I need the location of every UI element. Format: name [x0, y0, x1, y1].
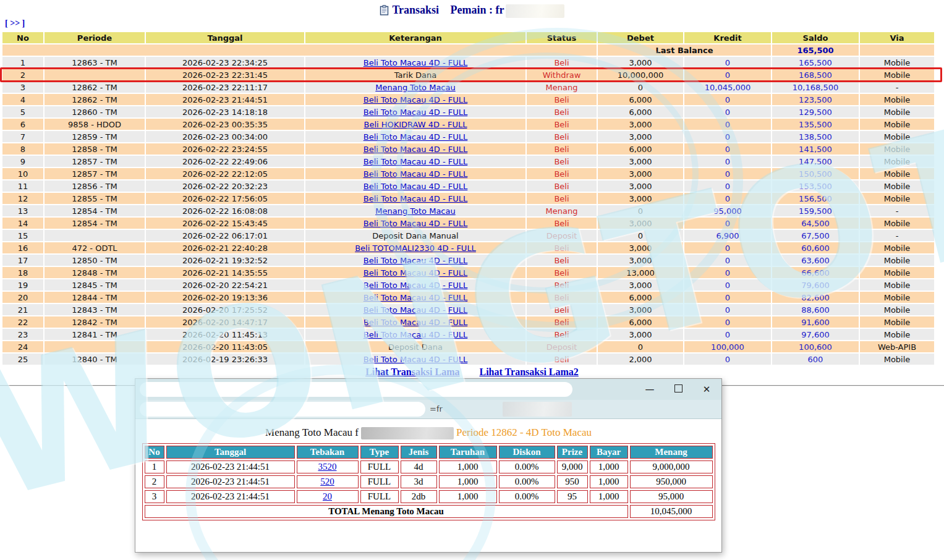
detail-cell-tebakan[interactable]: 3520 [297, 460, 359, 473]
detail-cell-tebakan[interactable]: 20 [297, 490, 359, 503]
detail-cell-diskon: 0.00% [499, 460, 555, 473]
cell-keterangan[interactable]: Beli Toto Macau 4D - FULL [305, 218, 525, 229]
close-icon[interactable]: ✕ [702, 384, 712, 395]
cell-keterangan-link[interactable]: Beli Toto Macau 4D - FULL [364, 132, 468, 142]
cell-keterangan[interactable]: Beli Toto Macau 4D - FULL [305, 143, 525, 155]
cell-keterangan-link[interactable]: Beli Toto Macau 4D - FULL [364, 58, 468, 67]
cell-keterangan[interactable]: Beli Toto Macau 4D - FULL [305, 292, 525, 303]
cell-saldo: 129,500 [772, 106, 859, 117]
detail-cell-tebakan-link[interactable]: 520 [320, 477, 334, 486]
cell-via: Mobile [860, 69, 934, 80]
cell-keterangan[interactable]: Menang Toto Macau [305, 82, 525, 93]
redacted-player-name [506, 4, 564, 18]
cell-kredit: 0 [684, 354, 771, 365]
cell-periode: 12858 - TM [45, 143, 145, 155]
cell-keterangan-link[interactable]: Beli Toto Macau 4D - FULL [364, 305, 468, 315]
cell-via: Mobile [860, 168, 934, 179]
cell-keterangan[interactable]: Beli Toto Macau 4D - FULL [305, 57, 525, 68]
cell-keterangan-link[interactable]: Beli Toto Macau 4D - FULL [364, 145, 468, 154]
cell-periode: 12854 - TM [45, 205, 145, 216]
transaction-row-6: 69858 - HDOD2026-02-23 00:35:35Beli HOKI… [2, 119, 934, 130]
cell-keterangan[interactable]: Beli Toto Macau 4D - FULL [305, 329, 525, 340]
cell-periode: 12842 - TM [45, 316, 145, 328]
detail-cell-jenis: 2db [401, 490, 437, 503]
cell-saldo: 63,600 [772, 255, 859, 266]
detail-cell-tebakan-link[interactable]: 20 [323, 491, 332, 501]
minimize-icon[interactable]: — [645, 384, 655, 395]
cell-periode: 12856 - TM [45, 180, 145, 192]
cell-keterangan[interactable]: Beli Toto Macau 4D - FULL [305, 193, 525, 204]
cell-keterangan[interactable]: Menang Toto Macau [305, 205, 525, 216]
cell-keterangan-link[interactable]: Beli Toto Macau 4D - FULL [364, 330, 468, 339]
cell-keterangan-link[interactable]: Beli Toto Macau 4D - FULL [364, 108, 468, 117]
cell-keterangan-link[interactable]: Beli Toto Macau 4D - FULL [364, 157, 468, 166]
cell-keterangan[interactable]: Beli HOKIDRAW 4D - FULL [305, 119, 525, 130]
cell-keterangan-link[interactable]: Beli TOTOMALI2330 4D - FULL [355, 244, 476, 253]
cell-keterangan-link[interactable]: Menang Toto Macau [375, 83, 455, 92]
cell-keterangan-link[interactable]: Beli HOKIDRAW 4D - FULL [364, 120, 467, 129]
cell-keterangan-link[interactable]: Beli Toto Macau 4D - FULL [364, 293, 468, 302]
window-addressbar[interactable]: =fr [135, 400, 721, 419]
cell-keterangan-link[interactable]: Beli Toto Macau 4D - FULL [364, 169, 468, 179]
cell-kredit: 0 [684, 316, 771, 328]
cell-keterangan-link[interactable]: Beli Toto Macau 4D - FULL [364, 256, 468, 265]
cell-keterangan[interactable]: Beli Toto Macau 4D - FULL [305, 354, 525, 365]
cell-saldo: 64,500 [772, 218, 859, 229]
cell-keterangan-link[interactable]: Beli Toto Macau 4D - FULL [364, 182, 468, 191]
detail-column-header-tebakan: Tebakan [297, 446, 359, 459]
detail-column-header-prize: Prize [557, 446, 588, 459]
cell-tanggal: 2026-02-23 22:31:45 [146, 69, 304, 80]
detail-cell-tebakan-link[interactable]: 3520 [318, 462, 337, 472]
cell-tanggal: 2026-02-21 22:40:28 [146, 242, 304, 253]
transaction-page: Transaksi Pemain : fr [ >> ] NoPeriodeTa… [0, 0, 944, 560]
cell-saldo: 165,500 [772, 57, 859, 68]
cell-keterangan: Tarik Dana [305, 69, 525, 80]
cell-keterangan[interactable]: Beli Toto Macau 4D - FULL [305, 267, 525, 278]
window-titlebar[interactable]: — ✕ [135, 379, 721, 400]
cell-periode: 12844 - TM [45, 292, 145, 303]
cell-status: Beli [527, 57, 597, 68]
cell-saldo: 10,168,500 [772, 82, 859, 93]
cell-keterangan[interactable]: Beli Toto Macau 4D - FULL [305, 168, 525, 179]
cell-keterangan-link[interactable]: Beli Toto Macau 4D - FULL [364, 95, 468, 104]
cell-keterangan-link[interactable]: Menang Toto Macau [375, 206, 455, 216]
detail-cell-prize: 95 [557, 490, 588, 503]
cell-via: Mobile [860, 316, 934, 328]
maximize-icon[interactable] [673, 384, 683, 395]
redacted-url [140, 402, 425, 417]
cell-keterangan-link[interactable]: Beli Toto Macau 4D - FULL [364, 318, 468, 327]
cell-status: Beli [527, 180, 597, 192]
cell-status: Beli [527, 242, 597, 253]
cell-keterangan-link[interactable]: Beli Toto Macau 4D - FULL [364, 268, 468, 278]
cell-keterangan[interactable]: Beli Toto Macau 4D - FULL [305, 156, 525, 167]
transaction-row-24: 242026-02-20 11:43:05Deposit DanaDeposit… [2, 341, 934, 352]
cell-kredit: 0 [684, 69, 771, 80]
cell-keterangan[interactable]: Beli Toto Macau 4D - FULL [305, 94, 525, 105]
cell-keterangan-link[interactable]: Beli Toto Macau 4D - FULL [364, 194, 468, 203]
cell-keterangan[interactable]: Beli Toto Macau 4D - FULL [305, 279, 525, 291]
cell-keterangan[interactable]: Beli TOTOMALI2330 4D - FULL [305, 242, 525, 253]
menang-heading: Menang Toto Macau fPeriode 12862 - 4D To… [135, 419, 721, 439]
cell-keterangan[interactable]: Beli Toto Macau 4D - FULL [305, 255, 525, 266]
lihat-transaksi-lama-link[interactable]: Lihat Transaksi Lama [365, 367, 459, 377]
cell-keterangan-link[interactable]: Beli Toto Macau 4D - FULL [364, 355, 468, 364]
cell-keterangan[interactable]: Beli Toto Macau 4D - FULL [305, 131, 525, 142]
next-page-link[interactable]: [ >> ] [5, 19, 25, 28]
cell-kredit: 0 [684, 304, 771, 315]
cell-keterangan[interactable]: Beli Toto Macau 4D - FULL [305, 106, 525, 117]
cell-via: Mobile [860, 292, 934, 303]
lihat-transaksi-lama2-link[interactable]: Lihat Transaksi Lama2 [480, 367, 579, 377]
cell-keterangan-link[interactable]: Beli Toto Macau 4D - FULL [364, 219, 468, 228]
cell-tanggal: 2026-02-23 00:34:00 [146, 131, 304, 142]
cell-keterangan-link[interactable]: Beli Toto Macau 4D - FULL [364, 281, 468, 290]
cell-keterangan[interactable]: Beli Toto Macau 4D - FULL [305, 304, 525, 315]
transaction-row-21: 2112843 - TM2026-02-20 17:25:52Beli Toto… [2, 304, 934, 315]
cell-kredit: 0 [684, 292, 771, 303]
cell-no: 24 [2, 341, 43, 352]
detail-cell-taruhan: 1,000 [439, 475, 497, 488]
cell-periode: 12840 - TM [45, 354, 145, 365]
cell-keterangan[interactable]: Beli Toto Macau 4D - FULL [305, 316, 525, 328]
detail-cell-tebakan[interactable]: 520 [297, 475, 359, 488]
cell-keterangan[interactable]: Beli Toto Macau 4D - FULL [305, 180, 525, 192]
transaction-row-5: 512860 - TM2026-02-23 14:18:18Beli Toto … [2, 106, 934, 117]
